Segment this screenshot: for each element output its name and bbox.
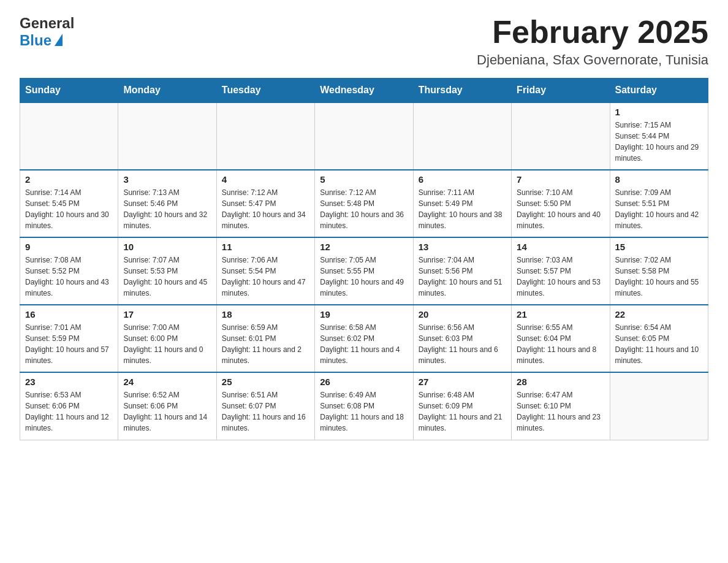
day-number: 17 <box>123 309 211 320</box>
calendar-cell: 8Sunrise: 7:09 AMSunset: 5:51 PMDaylight… <box>610 170 708 237</box>
calendar-cell: 11Sunrise: 7:06 AMSunset: 5:54 PMDayligh… <box>216 237 314 305</box>
calendar-cell: 23Sunrise: 6:53 AMSunset: 6:06 PMDayligh… <box>20 372 118 440</box>
day-info: Sunrise: 7:11 AMSunset: 5:49 PMDaylight:… <box>419 187 506 231</box>
calendar-week-row: 16Sunrise: 7:01 AMSunset: 5:59 PMDayligh… <box>20 305 708 372</box>
day-number: 8 <box>615 174 703 185</box>
calendar-cell: 9Sunrise: 7:08 AMSunset: 5:52 PMDaylight… <box>20 237 118 305</box>
title-block: February 2025 Djebeniana, Sfax Governora… <box>477 15 708 68</box>
day-info: Sunrise: 7:10 AMSunset: 5:50 PMDaylight:… <box>517 187 604 231</box>
day-number: 21 <box>517 309 604 320</box>
day-info: Sunrise: 7:09 AMSunset: 5:51 PMDaylight:… <box>615 187 703 231</box>
day-number: 18 <box>222 309 309 320</box>
calendar-cell <box>118 102 216 170</box>
day-number: 2 <box>25 174 113 185</box>
logo-general: General <box>20 15 74 32</box>
day-number: 25 <box>222 377 309 387</box>
day-info: Sunrise: 7:02 AMSunset: 5:58 PMDaylight:… <box>615 255 703 299</box>
logo: General Blue <box>20 15 74 48</box>
day-number: 15 <box>615 242 703 252</box>
day-number: 12 <box>320 242 408 252</box>
calendar-day-header: Tuesday <box>216 79 314 103</box>
calendar-cell <box>610 372 708 440</box>
day-info: Sunrise: 7:08 AMSunset: 5:52 PMDaylight:… <box>25 255 113 299</box>
calendar-cell: 19Sunrise: 6:58 AMSunset: 6:02 PMDayligh… <box>315 305 413 372</box>
day-number: 13 <box>419 242 506 252</box>
calendar-cell <box>216 102 314 170</box>
calendar-cell: 28Sunrise: 6:47 AMSunset: 6:10 PMDayligh… <box>512 372 610 440</box>
calendar-cell: 20Sunrise: 6:56 AMSunset: 6:03 PMDayligh… <box>413 305 511 372</box>
day-info: Sunrise: 6:53 AMSunset: 6:06 PMDaylight:… <box>25 389 113 434</box>
day-info: Sunrise: 6:52 AMSunset: 6:06 PMDaylight:… <box>123 389 211 434</box>
calendar-day-header: Saturday <box>610 79 708 103</box>
calendar-cell <box>413 102 511 170</box>
day-number: 10 <box>123 242 211 252</box>
day-number: 14 <box>517 242 604 252</box>
calendar-cell: 12Sunrise: 7:05 AMSunset: 5:55 PMDayligh… <box>315 237 413 305</box>
day-number: 24 <box>123 377 211 387</box>
calendar-cell <box>315 102 413 170</box>
logo-blue: Blue <box>20 32 51 49</box>
page-header: General Blue February 2025 Djebeniana, S… <box>20 15 708 68</box>
calendar-cell <box>20 102 118 170</box>
day-number: 4 <box>222 174 309 185</box>
day-number: 26 <box>320 377 408 387</box>
day-info: Sunrise: 7:12 AMSunset: 5:47 PMDaylight:… <box>222 187 309 231</box>
calendar-header-row: SundayMondayTuesdayWednesdayThursdayFrid… <box>20 79 708 103</box>
calendar-cell: 16Sunrise: 7:01 AMSunset: 5:59 PMDayligh… <box>20 305 118 372</box>
day-info: Sunrise: 7:07 AMSunset: 5:53 PMDaylight:… <box>123 255 211 299</box>
day-info: Sunrise: 7:13 AMSunset: 5:46 PMDaylight:… <box>123 187 211 231</box>
calendar-cell: 21Sunrise: 6:55 AMSunset: 6:04 PMDayligh… <box>512 305 610 372</box>
calendar-cell: 13Sunrise: 7:04 AMSunset: 5:56 PMDayligh… <box>413 237 511 305</box>
calendar-cell: 1Sunrise: 7:15 AMSunset: 5:44 PMDaylight… <box>610 102 708 170</box>
calendar-cell: 24Sunrise: 6:52 AMSunset: 6:06 PMDayligh… <box>118 372 216 440</box>
page-subtitle: Djebeniana, Sfax Governorate, Tunisia <box>477 52 708 68</box>
calendar-cell: 15Sunrise: 7:02 AMSunset: 5:58 PMDayligh… <box>610 237 708 305</box>
calendar-cell: 22Sunrise: 6:54 AMSunset: 6:05 PMDayligh… <box>610 305 708 372</box>
day-info: Sunrise: 7:14 AMSunset: 5:45 PMDaylight:… <box>25 187 113 231</box>
day-info: Sunrise: 7:01 AMSunset: 5:59 PMDaylight:… <box>25 322 113 366</box>
day-number: 19 <box>320 309 408 320</box>
calendar-day-header: Thursday <box>413 79 511 103</box>
day-number: 7 <box>517 174 604 185</box>
day-number: 22 <box>615 309 703 320</box>
day-info: Sunrise: 6:58 AMSunset: 6:02 PMDaylight:… <box>320 322 408 366</box>
calendar-day-header: Sunday <box>20 79 118 103</box>
calendar-cell: 14Sunrise: 7:03 AMSunset: 5:57 PMDayligh… <box>512 237 610 305</box>
day-info: Sunrise: 6:51 AMSunset: 6:07 PMDaylight:… <box>222 389 309 434</box>
calendar-day-header: Friday <box>512 79 610 103</box>
calendar-week-row: 23Sunrise: 6:53 AMSunset: 6:06 PMDayligh… <box>20 372 708 440</box>
day-number: 6 <box>419 174 506 185</box>
logo-arrow-icon <box>55 34 63 46</box>
calendar-table: SundayMondayTuesdayWednesdayThursdayFrid… <box>20 78 708 440</box>
day-info: Sunrise: 6:47 AMSunset: 6:10 PMDaylight:… <box>517 389 604 434</box>
calendar-day-header: Monday <box>118 79 216 103</box>
calendar-week-row: 9Sunrise: 7:08 AMSunset: 5:52 PMDaylight… <box>20 237 708 305</box>
calendar-cell: 4Sunrise: 7:12 AMSunset: 5:47 PMDaylight… <box>216 170 314 237</box>
day-number: 11 <box>222 242 309 252</box>
day-info: Sunrise: 6:59 AMSunset: 6:01 PMDaylight:… <box>222 322 309 366</box>
day-info: Sunrise: 7:05 AMSunset: 5:55 PMDaylight:… <box>320 255 408 299</box>
calendar-week-row: 2Sunrise: 7:14 AMSunset: 5:45 PMDaylight… <box>20 170 708 237</box>
day-number: 23 <box>25 377 113 387</box>
day-info: Sunrise: 7:00 AMSunset: 6:00 PMDaylight:… <box>123 322 211 366</box>
calendar-day-header: Wednesday <box>315 79 413 103</box>
day-info: Sunrise: 6:54 AMSunset: 6:05 PMDaylight:… <box>615 322 703 366</box>
calendar-week-row: 1Sunrise: 7:15 AMSunset: 5:44 PMDaylight… <box>20 102 708 170</box>
calendar-cell: 3Sunrise: 7:13 AMSunset: 5:46 PMDaylight… <box>118 170 216 237</box>
day-info: Sunrise: 7:15 AMSunset: 5:44 PMDaylight:… <box>615 120 703 164</box>
calendar-cell: 25Sunrise: 6:51 AMSunset: 6:07 PMDayligh… <box>216 372 314 440</box>
day-info: Sunrise: 7:04 AMSunset: 5:56 PMDaylight:… <box>419 255 506 299</box>
calendar-cell: 5Sunrise: 7:12 AMSunset: 5:48 PMDaylight… <box>315 170 413 237</box>
calendar-cell: 26Sunrise: 6:49 AMSunset: 6:08 PMDayligh… <box>315 372 413 440</box>
calendar-cell: 2Sunrise: 7:14 AMSunset: 5:45 PMDaylight… <box>20 170 118 237</box>
day-number: 27 <box>419 377 506 387</box>
day-info: Sunrise: 7:03 AMSunset: 5:57 PMDaylight:… <box>517 255 604 299</box>
calendar-cell: 7Sunrise: 7:10 AMSunset: 5:50 PMDaylight… <box>512 170 610 237</box>
calendar-cell: 27Sunrise: 6:48 AMSunset: 6:09 PMDayligh… <box>413 372 511 440</box>
day-number: 28 <box>517 377 604 387</box>
page-title: February 2025 <box>477 15 708 50</box>
day-info: Sunrise: 7:06 AMSunset: 5:54 PMDaylight:… <box>222 255 309 299</box>
day-number: 16 <box>25 309 113 320</box>
day-number: 3 <box>123 174 211 185</box>
day-number: 9 <box>25 242 113 252</box>
